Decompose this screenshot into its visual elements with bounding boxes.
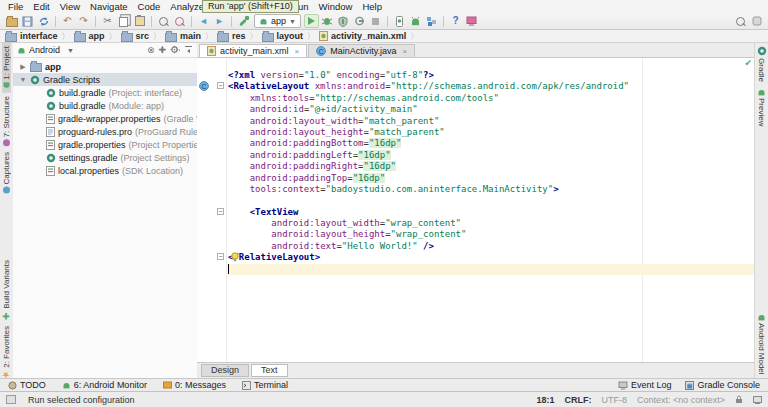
editor-mode-tab-text[interactable]: Text: [251, 364, 288, 377]
sdk-manager-icon[interactable]: [408, 14, 423, 28]
chevron-down-icon[interactable]: ▼: [67, 47, 74, 54]
project-structure-icon[interactable]: [424, 14, 439, 28]
code-line[interactable]: android:paddingBottom="16dp": [228, 138, 755, 149]
menu-help[interactable]: Help: [357, 1, 387, 12]
tree-item[interactable]: gradle-wrapper.properties(Gradle Version…: [13, 112, 197, 125]
close-icon[interactable]: ×: [403, 47, 408, 56]
theme-icon[interactable]: [753, 396, 762, 404]
paste-icon[interactable]: [132, 14, 147, 28]
redo-icon[interactable]: ↷: [76, 14, 91, 28]
tool-window-button-event-log[interactable]: Event Log: [618, 380, 672, 390]
tree-item[interactable]: gradle.properties(Project Properties): [13, 138, 197, 151]
class-icon[interactable]: C: [199, 81, 209, 93]
code-line[interactable]: <?xml version="1.0" encoding="utf-8"?>: [228, 70, 755, 81]
stripe-item-build-variants[interactable]: ✚Build Variants: [2, 257, 11, 324]
stripe-item-preview[interactable]: Preview: [757, 85, 766, 129]
inspections-ok-check-icon[interactable]: ✔: [744, 58, 752, 68]
forward-icon[interactable]: ►: [212, 14, 227, 28]
avd-manager-icon[interactable]: [392, 14, 407, 28]
stop-icon[interactable]: [368, 14, 383, 28]
code-line[interactable]: <RelativeLayout xmlns:android="http://sc…: [228, 81, 755, 92]
line-separator-indicator[interactable]: CRLF:: [564, 395, 591, 405]
tree-item[interactable]: ▼Gradle Scripts: [13, 73, 197, 86]
sync-icon[interactable]: [36, 14, 51, 28]
tree-item[interactable]: local.properties(SDK Location): [13, 164, 197, 177]
stripe-item-android-model[interactable]: Android Model: [757, 310, 766, 378]
lock-icon[interactable]: [735, 395, 743, 404]
code-line[interactable]: <TextView: [228, 207, 755, 218]
menu-file[interactable]: File: [3, 1, 28, 12]
tool-window-button-terminal[interactable]: Terminal: [242, 380, 288, 390]
make-project-icon[interactable]: [236, 14, 251, 28]
menu-window[interactable]: Window: [314, 1, 358, 12]
code-line[interactable]: android:paddingRight="16dp": [228, 161, 755, 172]
filter-icon[interactable]: ⊗: [147, 45, 155, 55]
code-line[interactable]: android:paddingTop="16dp": [228, 173, 755, 184]
settings-gear-icon[interactable]: ▾: [170, 45, 180, 56]
debug-icon[interactable]: [320, 14, 335, 28]
breadcrumb-item[interactable]: app: [74, 31, 105, 42]
breadcrumb-item[interactable]: main: [165, 31, 201, 42]
tree-item[interactable]: build.gradle(Module: app): [13, 99, 197, 112]
code-line[interactable]: [228, 264, 755, 275]
code-line[interactable]: android:paddingLeft="16dp": [228, 150, 755, 161]
breadcrumb-item[interactable]: src: [121, 31, 150, 42]
code-line[interactable]: </RelativeLayout>: [228, 252, 755, 263]
replace-icon[interactable]: [172, 14, 187, 28]
tab-activity-main-xml[interactable]: activity_main.xml×: [199, 44, 307, 57]
tool-window-button-6--android-monitor[interactable]: 6: Android Monitor: [62, 380, 147, 390]
encoding-indicator[interactable]: UTF-8: [601, 395, 627, 405]
context-indicator[interactable]: Context: <no context>: [637, 395, 725, 405]
code-line[interactable]: android:layout_height="wrap_content": [228, 229, 755, 240]
close-icon[interactable]: ×: [295, 47, 300, 56]
tool-window-button-todo[interactable]: TODO: [8, 380, 46, 390]
stripe-item----structure[interactable]: 7: Structure: [2, 93, 11, 149]
tool-window-button-0--messages[interactable]: 0: Messages: [163, 380, 226, 390]
attach-debugger-icon[interactable]: [352, 14, 367, 28]
run-configuration-combo[interactable]: app▼: [254, 14, 301, 28]
code-line[interactable]: android:text="Hello World!" />: [228, 241, 755, 252]
code-line[interactable]: android:layout_height="match_parent": [228, 127, 755, 138]
tree-item[interactable]: proguard-rules.pro(ProGuard Rules for ap…: [13, 125, 197, 138]
tool-window-toggle-icon[interactable]: [6, 395, 16, 404]
coverage-icon[interactable]: [336, 14, 351, 28]
tab-mainactivity-java[interactable]: CMainActivity.java×: [308, 44, 415, 57]
back-icon[interactable]: ◄: [196, 14, 211, 28]
breadcrumb-item[interactable]: interface: [5, 31, 58, 42]
code-line[interactable]: [228, 195, 755, 206]
save-all-icon[interactable]: [20, 14, 35, 28]
editor-mode-tab-design[interactable]: Design: [201, 364, 249, 377]
code-line[interactable]: android:id="@+id/activity_main": [228, 104, 755, 115]
stripe-item----project[interactable]: 1: Project: [2, 43, 11, 93]
help-icon[interactable]: ?: [448, 14, 463, 28]
tree-item[interactable]: ▶app: [13, 60, 197, 73]
menu-edit[interactable]: Edit: [28, 1, 54, 12]
stripe-item-gradle[interactable]: Gradle: [757, 43, 767, 85]
fold-marker-icon[interactable]: −: [217, 82, 224, 89]
breadcrumb-item[interactable]: layout: [262, 31, 304, 42]
locate-icon[interactable]: ✚: [158, 45, 166, 55]
open-icon[interactable]: [4, 14, 19, 28]
user-panel-icon[interactable]: [749, 14, 764, 28]
code-line[interactable]: android:layout_width="match_parent": [228, 116, 755, 127]
fold-marker-icon[interactable]: −: [217, 208, 224, 215]
breadcrumb-item[interactable]: res: [217, 31, 246, 42]
menu-navigate[interactable]: Navigate: [85, 1, 133, 12]
code-line[interactable]: tools:context="badoystudio.com.aninterfa…: [228, 184, 755, 195]
menu-code[interactable]: Code: [133, 1, 166, 12]
undo-icon[interactable]: ↶: [60, 14, 75, 28]
stripe-item----favorites[interactable]: ★2: Favorites: [2, 323, 11, 383]
android-monitor-icon[interactable]: [464, 14, 479, 28]
breadcrumb-item[interactable]: activity_main.xml: [319, 31, 406, 41]
tool-window-button-gradle-console[interactable]: ▦Gradle Console: [685, 380, 760, 390]
code-line[interactable]: android:layout_width="wrap_content": [228, 218, 755, 229]
tree-item[interactable]: settings.gradle(Project Settings): [13, 151, 197, 164]
code-editor[interactable]: C−−− <?xml version="1.0" encoding="utf-8…: [197, 58, 755, 363]
caret-position[interactable]: 18:1: [536, 395, 554, 405]
fold-marker-icon[interactable]: −: [217, 253, 224, 260]
search-everywhere-icon[interactable]: [733, 14, 748, 28]
stripe-item-captures[interactable]: Captures: [2, 149, 11, 196]
run-icon[interactable]: [304, 14, 319, 28]
find-icon[interactable]: [156, 14, 171, 28]
menu-view[interactable]: View: [55, 1, 85, 12]
